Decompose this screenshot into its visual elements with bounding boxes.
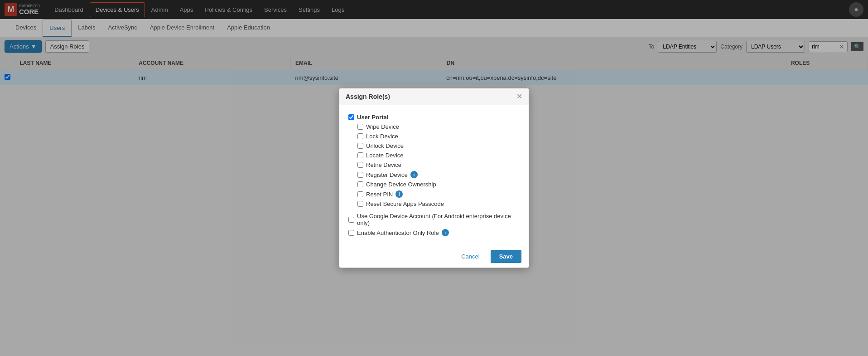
modal-overlay: Assign Role(s) ✕ User Portal Wipe Device… <box>0 0 868 85</box>
